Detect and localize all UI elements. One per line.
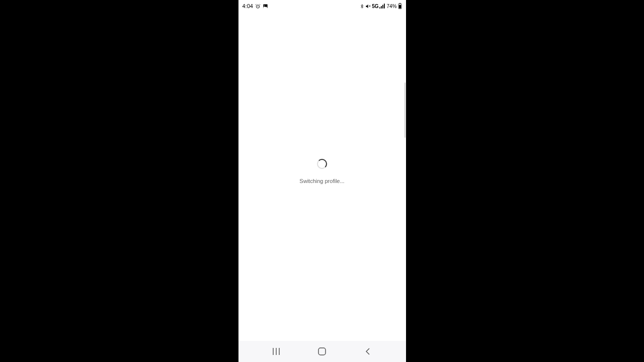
image-icon bbox=[263, 4, 268, 9]
navigation-bar bbox=[238, 341, 406, 362]
signal-icon bbox=[379, 4, 385, 9]
svg-rect-10 bbox=[399, 3, 400, 4]
phone-screen: 4:04 bbox=[238, 0, 406, 362]
back-button[interactable] bbox=[355, 344, 380, 359]
status-bar-left: 4:04 bbox=[243, 3, 268, 9]
svg-rect-5 bbox=[379, 7, 380, 8]
battery-icon bbox=[398, 3, 402, 9]
scroll-indicator[interactable] bbox=[405, 82, 406, 138]
status-time: 4:04 bbox=[243, 3, 253, 9]
svg-rect-8 bbox=[384, 4, 385, 9]
svg-rect-6 bbox=[381, 6, 382, 9]
status-bar: 4:04 bbox=[238, 0, 406, 12]
alarm-icon bbox=[255, 4, 261, 9]
loading-message: Switching profile... bbox=[299, 178, 344, 184]
content-area: Switching profile... bbox=[238, 12, 406, 341]
mute-icon bbox=[365, 4, 371, 9]
battery-percent: 74% bbox=[386, 4, 396, 9]
status-bar-right: 5G 74% bbox=[360, 3, 401, 9]
loading-container: Switching profile... bbox=[299, 159, 344, 184]
svg-rect-7 bbox=[382, 5, 383, 9]
svg-point-2 bbox=[264, 5, 265, 5]
svg-rect-11 bbox=[398, 5, 400, 9]
network-label: 5G bbox=[372, 4, 378, 9]
recents-button[interactable] bbox=[264, 344, 289, 359]
loading-spinner-icon bbox=[317, 159, 327, 169]
svg-rect-15 bbox=[318, 348, 326, 355]
home-button[interactable] bbox=[309, 344, 335, 359]
bluetooth-icon bbox=[360, 4, 364, 9]
